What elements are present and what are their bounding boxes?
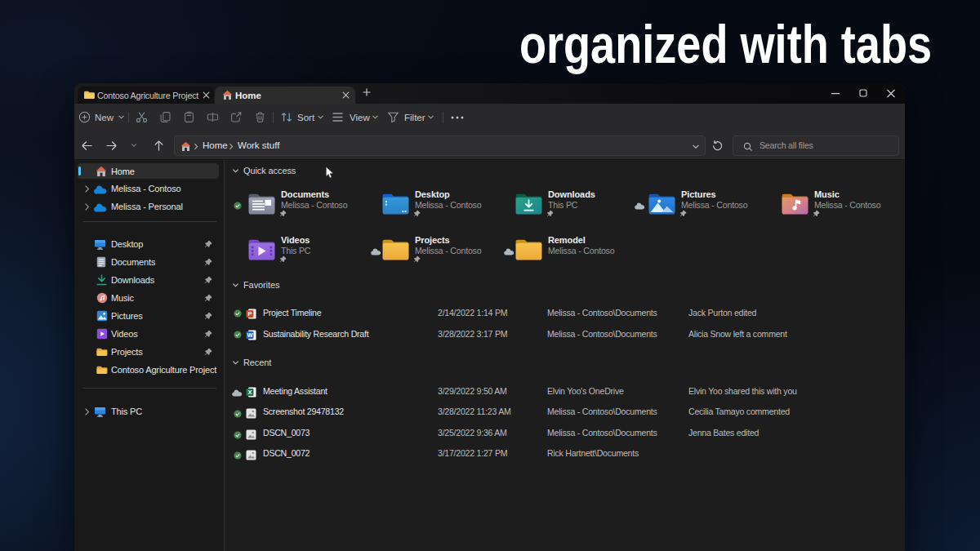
svg-text:P: P bbox=[247, 310, 252, 318]
svg-text:W: W bbox=[247, 331, 253, 339]
svg-text:X: X bbox=[247, 389, 252, 396]
